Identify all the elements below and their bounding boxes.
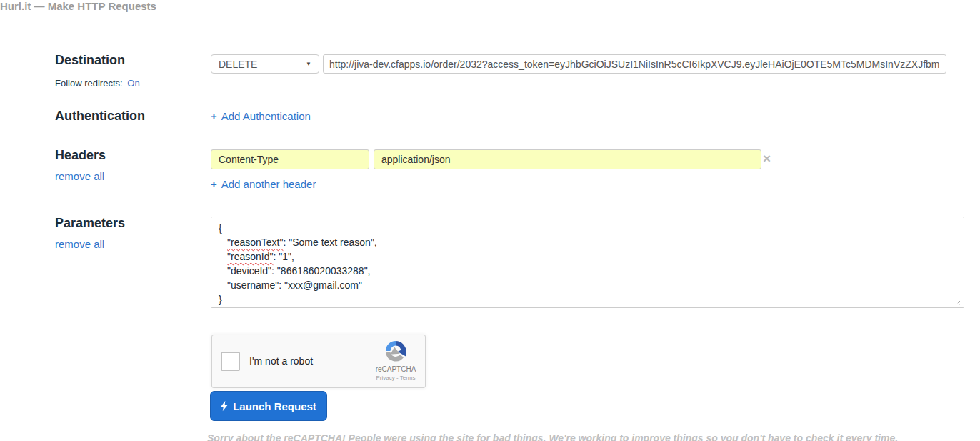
http-method-select[interactable]: DELETE ▼: [211, 54, 319, 74]
recaptcha-label: I'm not a robot: [249, 355, 313, 367]
parameters-heading: Parameters: [55, 216, 125, 231]
http-method-value: DELETE: [219, 59, 257, 70]
remove-header-icon[interactable]: ×: [763, 151, 771, 167]
misspelled-key: "reasonText": [227, 237, 283, 248]
recaptcha-logo-icon: [385, 340, 406, 362]
footer-note: Sorry about the reCAPTCHA! People were u…: [207, 432, 898, 441]
follow-redirects-label: Follow redirects:: [55, 78, 123, 89]
misspelled-key: "reasonId": [227, 251, 273, 262]
recaptcha-checkbox[interactable]: [221, 352, 240, 371]
remove-all-parameters-link[interactable]: remove all: [55, 238, 104, 250]
recaptcha-widget: I'm not a robot reCAPTCHA Privacy - Term…: [211, 335, 426, 388]
hurl-app: Hurl.it — Make HTTP Requests Destination…: [0, 0, 980, 441]
launch-request-label: Launch Request: [233, 400, 316, 412]
request-body-line: "username": "xxx@gmail.com": [219, 278, 956, 292]
request-body-line: "reasonId": "1",: [219, 249, 956, 264]
page-title: Hurl.it — Make HTTP Requests: [0, 0, 156, 12]
authentication-heading: Authentication: [55, 109, 145, 124]
destination-heading: Destination: [55, 53, 125, 68]
request-body-line: "reasonText": "Some text reason",: [219, 235, 956, 249]
request-url-input[interactable]: [323, 54, 946, 74]
privacy-terms-links[interactable]: Privacy - Terms: [372, 375, 419, 381]
headers-heading: Headers: [55, 148, 106, 163]
recaptcha-brand: reCAPTCHA: [372, 365, 419, 373]
request-body-line: {: [219, 221, 956, 235]
launch-request-button[interactable]: Launch Request: [210, 391, 327, 421]
resize-grip-icon[interactable]: [954, 298, 962, 306]
header-value-input[interactable]: [374, 149, 761, 169]
remove-all-headers-link[interactable]: remove all: [55, 170, 104, 182]
follow-redirects-toggle[interactable]: On: [127, 78, 139, 89]
add-another-header-link[interactable]: + Add another header: [211, 178, 316, 190]
plus-icon: +: [211, 178, 217, 190]
request-body-line: }: [219, 292, 956, 307]
chevron-down-icon: ▼: [306, 61, 311, 67]
follow-redirects: Follow redirects: On: [55, 78, 140, 89]
add-authentication-link[interactable]: + Add Authentication: [211, 110, 311, 122]
add-authentication-label: Add Authentication: [221, 110, 311, 122]
plus-icon: +: [211, 110, 217, 122]
header-name-input[interactable]: [211, 149, 369, 169]
add-another-header-label: Add another header: [221, 178, 316, 190]
request-body-line: "deviceId": "866186020033288",: [219, 264, 956, 278]
lightning-bolt-icon: [221, 400, 228, 412]
request-body-editor[interactable]: { "reasonText": "Some text reason", "rea…: [211, 217, 964, 308]
